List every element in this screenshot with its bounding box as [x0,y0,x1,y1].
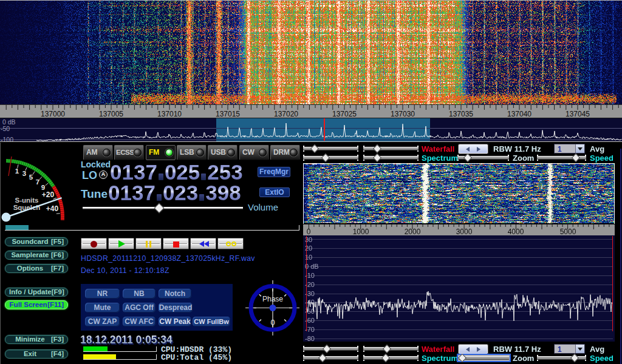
svg-text:+40: +40 [46,204,59,213]
svg-text:+20: +20 [42,190,55,199]
svg-text:Phase: Phase [262,295,283,303]
svg-text:5: 5 [29,174,33,181]
svg-text:S-units: S-units [15,197,39,204]
svg-text:3: 3 [22,170,26,177]
svg-text:0: 0 [270,318,275,327]
svg-text:7: 7 [36,178,39,186]
svg-text:1: 1 [15,167,19,175]
